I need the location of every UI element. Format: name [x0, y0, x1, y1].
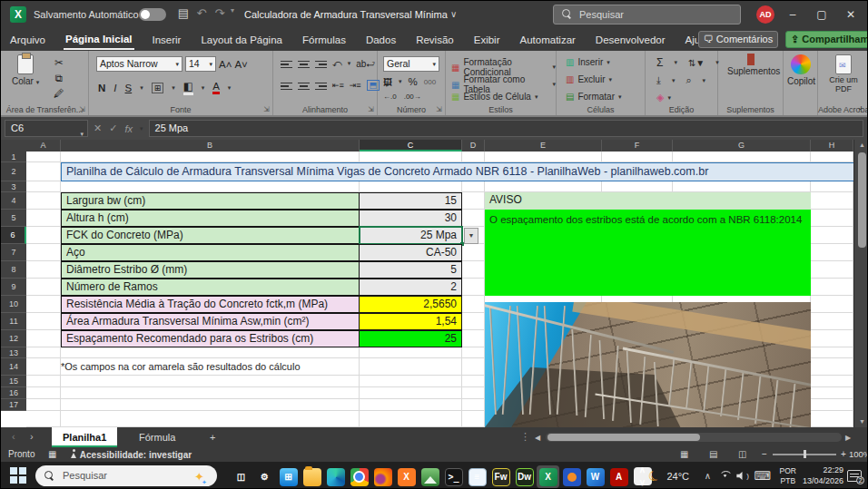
- row-header-2[interactable]: 2: [1, 162, 26, 181]
- number-format-combo[interactable]: Geral ▾: [383, 56, 439, 72]
- decrease-decimal-icon[interactable]: .00→: [404, 93, 421, 101]
- row-header-9[interactable]: 9: [1, 279, 26, 296]
- normal-view-icon[interactable]: ▦: [680, 449, 688, 459]
- param-value-row8[interactable]: 5: [360, 261, 462, 279]
- row-header-4[interactable]: 4: [1, 192, 26, 210]
- param-value-row9[interactable]: 2: [360, 279, 462, 296]
- wifi-icon[interactable]: [719, 462, 731, 489]
- macro-record-icon[interactable]: ▦: [48, 449, 56, 459]
- menu-tab-inserir[interactable]: Inserir: [151, 31, 183, 49]
- taskbar-icon-microsoft-store[interactable]: ⊞: [277, 465, 300, 488]
- alignment-dialog-launcher[interactable]: ⇲: [368, 105, 374, 113]
- copy-icon[interactable]: ⧉: [55, 73, 63, 84]
- qat-customize-icon[interactable]: ▾: [228, 6, 237, 15]
- align-center-icon[interactable]: [298, 81, 310, 91]
- menu-tab-exibir[interactable]: Exibir: [472, 31, 502, 49]
- column-header-e[interactable]: E: [485, 140, 602, 152]
- hscroll-left-icon[interactable]: ◀: [535, 434, 540, 442]
- collapse-ribbon-icon[interactable]: ⌄: [856, 103, 863, 112]
- taskbar-icon-xampp[interactable]: X: [395, 465, 418, 488]
- taskbar-icon-file-explorer[interactable]: [301, 465, 323, 488]
- row-header-7[interactable]: 7: [1, 244, 26, 261]
- param-value-row7[interactable]: CA-50: [360, 244, 462, 261]
- taskbar-icon-dreamweaver[interactable]: Dw: [513, 465, 536, 488]
- taskbar-icon-notepad[interactable]: ≡: [466, 465, 488, 488]
- taskbar-icon-settings[interactable]: ⚙: [253, 465, 276, 488]
- formula-input[interactable]: 25 Mpa: [149, 120, 863, 137]
- column-header-a[interactable]: A: [26, 140, 61, 152]
- redo-icon[interactable]: ↷: [212, 6, 228, 20]
- comma-style-icon[interactable]: 000: [424, 78, 436, 86]
- menu-tab-formulas[interactable]: Fórmulas: [301, 31, 348, 49]
- menu-tab-arquivo[interactable]: Arquivo: [8, 31, 47, 49]
- menu-tab-automatizar[interactable]: Automatizar: [518, 31, 577, 49]
- close-button[interactable]: ✕: [836, 1, 865, 28]
- horizontal-scroll-thumb[interactable]: [547, 434, 700, 441]
- wrap-text-icon[interactable]: ab⮐: [356, 59, 375, 69]
- param-value-row11[interactable]: 1,54: [360, 313, 462, 330]
- taskbar-icon-fireworks[interactable]: Fw: [489, 465, 512, 488]
- sort-filter-icon[interactable]: ⇅▼: [688, 58, 705, 68]
- column-header-b[interactable]: B: [61, 140, 360, 152]
- format-cells-button[interactable]: ▤Formatar▾: [566, 92, 622, 102]
- scroll-down-icon[interactable]: ▼: [854, 416, 868, 427]
- taskbar-icon-excel[interactable]: X: [537, 465, 559, 488]
- vertical-scroll-thumb[interactable]: [858, 152, 866, 248]
- row-header-17[interactable]: 17: [1, 399, 26, 411]
- menu-tab-dados[interactable]: Dados: [364, 31, 398, 49]
- column-header-f[interactable]: F: [602, 140, 673, 152]
- clear-icon[interactable]: ◈: [656, 92, 664, 103]
- volume-icon[interactable]: ): [736, 462, 749, 489]
- sheet-title-cell[interactable]: Planilha de Cálculo de Armadura Transver…: [61, 162, 853, 181]
- clock[interactable]: 22:2913/04/2026: [803, 462, 843, 489]
- find-select-icon[interactable]: ⌕: [686, 74, 691, 86]
- bold-button[interactable]: N: [98, 83, 105, 93]
- row-header-6[interactable]: 6: [1, 227, 26, 244]
- undo-icon[interactable]: ↶: [193, 6, 210, 20]
- grow-font-icon[interactable]: A˄: [219, 59, 232, 70]
- clipboard-dialog-launcher[interactable]: ⇲: [79, 105, 85, 113]
- taskbar-icon-edge[interactable]: [324, 465, 347, 488]
- page-break-view-icon[interactable]: ◫: [738, 449, 746, 459]
- menu-tab-layout-da-pagina[interactable]: Layout da Página: [199, 31, 284, 49]
- zoom-in-icon[interactable]: +: [841, 449, 846, 459]
- underline-button[interactable]: S: [125, 83, 133, 93]
- addins-button[interactable]: Suplementos: [727, 54, 774, 76]
- percent-style-icon[interactable]: %: [409, 76, 418, 87]
- zoom-slider-thumb[interactable]: [804, 450, 806, 458]
- align-left-icon[interactable]: [281, 81, 292, 91]
- comments-button[interactable]: 🗨 Comentários: [698, 31, 778, 48]
- row-header-3[interactable]: 3: [1, 181, 26, 192]
- language-indicator[interactable]: PORPTB: [780, 462, 796, 489]
- minimize-button[interactable]: –: [778, 1, 807, 28]
- align-middle-icon[interactable]: [298, 59, 310, 69]
- decrease-indent-icon[interactable]: ⇤≡: [332, 81, 344, 90]
- param-value-row4[interactable]: 15: [360, 192, 462, 210]
- hscroll-right-icon[interactable]: ▶: [845, 434, 851, 442]
- column-header-c[interactable]: C: [360, 140, 462, 152]
- format-painter-icon[interactable]: 🖉: [54, 88, 64, 99]
- number-dialog-launcher[interactable]: ⇲: [436, 105, 442, 113]
- taskbar-icon-chrome[interactable]: [348, 465, 370, 488]
- taskbar-icon-firefox[interactable]: [371, 465, 394, 488]
- cancel-entry-icon[interactable]: ✕: [94, 122, 102, 134]
- fill-icon[interactable]: ⤓: [656, 74, 661, 86]
- tray-expand-icon[interactable]: ∧: [705, 462, 711, 489]
- row-header-11[interactable]: 11: [1, 313, 26, 330]
- cells-area[interactable]: 1234567891011121314151617Planilha de Cál…: [1, 152, 853, 427]
- avatar[interactable]: AD: [756, 5, 774, 24]
- cell-styles-button[interactable]: ▦ Estilos de Célula▾: [451, 92, 538, 102]
- insert-cells-button[interactable]: ▥Inserir▾: [566, 57, 610, 67]
- horizontal-scrollbar[interactable]: [546, 433, 842, 442]
- autosave-toggle[interactable]: [139, 8, 166, 21]
- row-header-13[interactable]: 13: [1, 347, 26, 358]
- title-chevron-icon[interactable]: ∨: [450, 9, 457, 19]
- sheet-tab-planilha1[interactable]: Planilha1: [52, 427, 117, 447]
- cut-icon[interactable]: ✂: [54, 56, 64, 69]
- paste-button[interactable]: Colar ▾: [12, 54, 39, 86]
- row-header-15[interactable]: 15: [1, 376, 26, 387]
- increase-indent-icon[interactable]: ⇥≡: [350, 81, 361, 90]
- vertical-scrollbar[interactable]: ▲ ▼: [853, 140, 868, 427]
- param-value-row6[interactable]: 25 Mpa: [360, 227, 462, 244]
- keyboard-icon[interactable]: ⌨: [754, 462, 771, 489]
